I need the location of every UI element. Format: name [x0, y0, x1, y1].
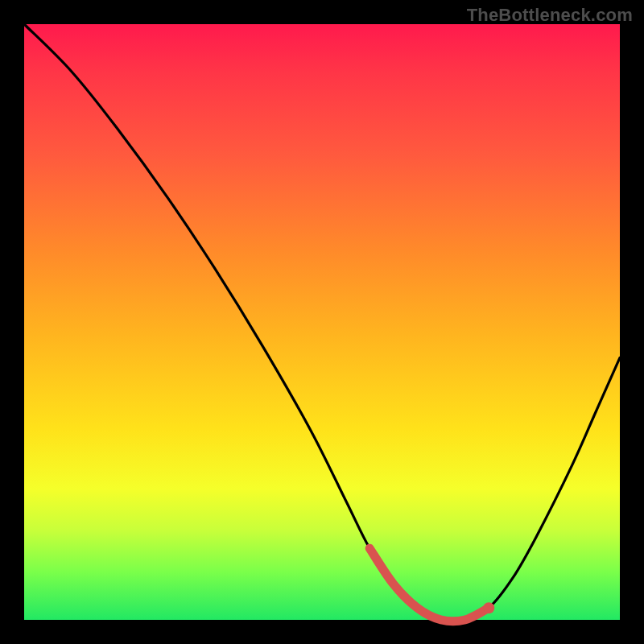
curve-svg	[24, 24, 620, 620]
highlight-end-dot	[483, 602, 494, 613]
plot-area	[24, 24, 620, 620]
highlight-segment	[369, 548, 489, 621]
bottleneck-curve	[24, 24, 620, 621]
brand-watermark: TheBottleneck.com	[467, 5, 633, 26]
chart-frame: TheBottleneck.com	[0, 0, 644, 644]
